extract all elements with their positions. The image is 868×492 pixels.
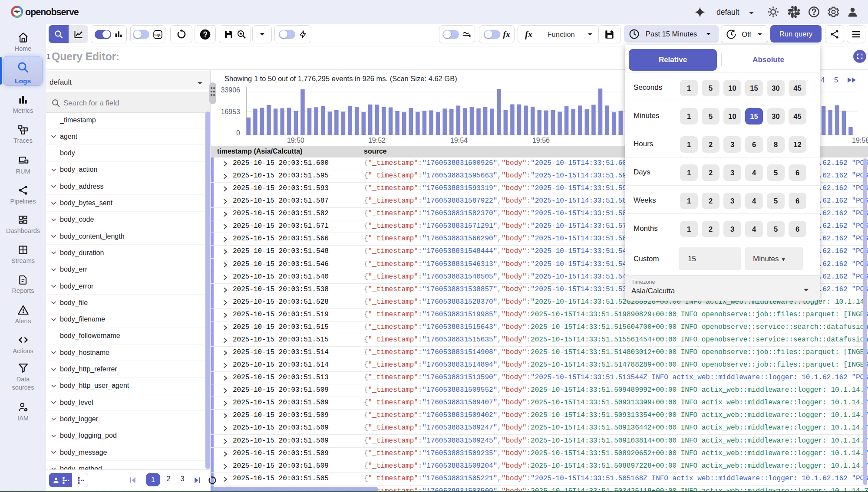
- svg-text:19:50: 19:50: [287, 137, 304, 144]
- svg-text:0: 0: [236, 129, 240, 137]
- svg-text:19:58: 19:58: [852, 137, 868, 144]
- svg-text:19:54: 19:54: [450, 137, 468, 144]
- svg-text:16953: 16953: [221, 108, 241, 115]
- svg-text:19:52: 19:52: [368, 137, 386, 144]
- svg-text:33906: 33906: [221, 86, 241, 94]
- svg-text:SQL: SQL: [154, 33, 161, 36]
- svg-text:19:56: 19:56: [532, 137, 550, 144]
